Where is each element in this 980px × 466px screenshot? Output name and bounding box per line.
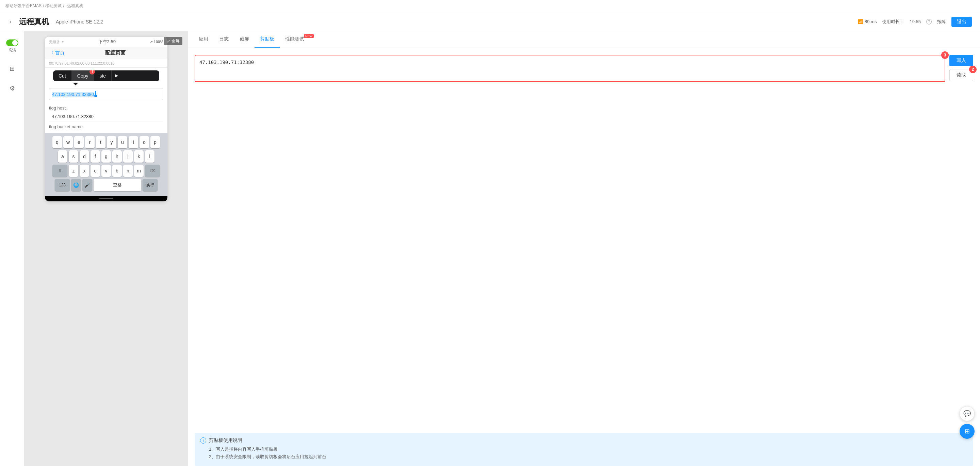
clipboard-info-box: i 剪贴板使用说明 1、写入是指将内容写入手机剪贴板 2、由于系统安全限制，读取… <box>195 433 973 466</box>
chat-icon: 💬 <box>963 410 971 417</box>
key-f[interactable]: f <box>91 150 100 162</box>
key-i[interactable]: i <box>129 136 138 148</box>
help-icon[interactable]: ? <box>926 19 932 24</box>
keyboard-row-3: ⇧ z x c v b n m ⌫ <box>46 165 166 177</box>
config-value-0: 47.103.190.71:32380 <box>49 112 163 121</box>
phone-selected-text[interactable]: 47.103.190.71:32380 <box>49 88 163 100</box>
key-a[interactable]: a <box>58 150 67 162</box>
key-n[interactable]: n <box>123 165 133 177</box>
key-r[interactable]: r <box>85 136 95 148</box>
context-menu-cut[interactable]: Cut <box>53 70 72 81</box>
phone-status-center: 下午2:59 <box>98 39 116 45</box>
key-mic[interactable]: 🎤 <box>82 179 92 191</box>
settings-icon: ⚙ <box>10 85 15 92</box>
home-bar <box>45 196 167 201</box>
home-indicator <box>99 198 113 199</box>
fullscreen-button[interactable]: ⤢ 全屏 <box>164 37 182 45</box>
page-title: 远程真机 <box>19 17 49 27</box>
clipboard-content: 3 写入 读取 2 <box>188 48 980 433</box>
key-v[interactable]: v <box>102 165 111 177</box>
breadcrumb-emas[interactable]: 移动研发平台EMAS <box>5 3 41 9</box>
usage-label: 使用时长： <box>882 19 904 25</box>
hd-toggle[interactable] <box>6 40 18 46</box>
sidebar-item-split[interactable]: ⊞ <box>7 62 18 75</box>
clipboard-textarea[interactable] <box>195 55 945 82</box>
key-t[interactable]: t <box>96 136 105 148</box>
key-b[interactable]: b <box>112 165 122 177</box>
tabs-bar: 应用 日志 截屏 剪贴板 性能测试 NEW <box>188 31 980 48</box>
menu-pointer <box>73 83 78 85</box>
breadcrumb-current: 远程真机 <box>67 3 83 9</box>
key-globe[interactable]: 🌐 <box>71 179 81 191</box>
right-panel: 应用 日志 截屏 剪贴板 性能测试 NEW 3 写入 读取 2 <box>188 31 980 466</box>
key-h[interactable]: h <box>112 150 122 162</box>
grid-icon: ⊞ <box>965 428 970 435</box>
key-123[interactable]: 123 <box>55 179 70 191</box>
key-s[interactable]: s <box>69 150 78 162</box>
key-space[interactable]: 空格 <box>94 179 141 191</box>
key-p[interactable]: p <box>150 136 160 148</box>
context-menu: Cut Copy 1 ste ▶ <box>53 70 159 81</box>
signal-value: 89 ms <box>865 19 877 24</box>
key-m[interactable]: m <box>134 165 143 177</box>
breadcrumb-mobile-test[interactable]: 移动测试 <box>45 3 62 9</box>
phone-frame: 无服务 ✦ 下午2:59 ↗ 100% 〈 首页 配置页面 00:70:97:0… <box>45 37 167 201</box>
tab-screenshot[interactable]: 截屏 <box>234 31 255 48</box>
key-c[interactable]: c <box>91 165 100 177</box>
left-sidebar: 高清 ⊞ ⚙ <box>0 31 24 466</box>
report-button[interactable]: 报障 <box>937 19 946 25</box>
sidebar-item-settings[interactable]: ⚙ <box>7 82 18 95</box>
key-w[interactable]: w <box>63 136 73 148</box>
key-j[interactable]: j <box>123 150 133 162</box>
tab-log[interactable]: 日志 <box>214 31 234 48</box>
config-label-0: tlog host <box>49 105 163 111</box>
info-item-0: 1、写入是指将内容写入手机剪贴板 <box>200 446 968 452</box>
key-q[interactable]: q <box>52 136 62 148</box>
keyboard-row-1: q w e r t y u i o p <box>46 136 166 148</box>
key-y[interactable]: y <box>107 136 116 148</box>
sidebar-item-hd[interactable]: 高清 <box>3 37 21 56</box>
content-area: 高清 ⊞ ⚙ › ⤢ 全屏 无服务 ✦ 下午2:59 ↗ 100% 〈 首页 <box>0 31 980 466</box>
key-o[interactable]: o <box>140 136 149 148</box>
keyboard-row-4: 123 🌐 🎤 空格 换行 <box>46 179 166 191</box>
tab-perf[interactable]: 性能测试 NEW <box>280 31 314 48</box>
phone-status-left: 无服务 ✦ <box>49 40 64 45</box>
context-menu-more[interactable]: ▶ <box>111 70 121 81</box>
clipboard-buttons: 写入 读取 2 <box>950 55 973 81</box>
context-menu-paste[interactable]: ste <box>94 70 111 81</box>
chat-button[interactable]: 💬 <box>959 406 975 421</box>
tab-app[interactable]: 应用 <box>193 31 214 48</box>
key-e[interactable]: e <box>74 136 84 148</box>
key-x[interactable]: x <box>80 165 89 177</box>
phone-container: ⤢ 全屏 无服务 ✦ 下午2:59 ↗ 100% 〈 首页 配置页面 00:70… <box>24 31 188 466</box>
tab-clipboard[interactable]: 剪贴板 <box>255 31 280 48</box>
phone-status-right: ↗ 100% <box>150 40 163 44</box>
clipboard-textarea-wrap: 3 <box>195 55 945 83</box>
info-title: 剪贴板使用说明 <box>209 437 242 444</box>
info-item-1: 2、由于系统安全限制，读取剪切板会将后台应用拉起到前台 <box>200 454 968 460</box>
key-k[interactable]: k <box>134 150 143 162</box>
step-3-badge: 3 <box>941 51 949 59</box>
key-u[interactable]: u <box>118 136 127 148</box>
device-name: Apple-iPhone SE-12.2 <box>56 19 103 24</box>
phone-nav-back[interactable]: 〈 首页 <box>49 50 65 56</box>
key-d[interactable]: d <box>80 150 89 162</box>
write-button[interactable]: 写入 <box>950 55 973 66</box>
key-z[interactable]: z <box>69 165 78 177</box>
info-icon: i <box>200 437 206 444</box>
key-g[interactable]: g <box>102 150 111 162</box>
exit-button[interactable]: 退出 <box>951 17 972 27</box>
url-bar: 00:70:97:01:40:02:00:03:111:22:0:0010 <box>45 59 167 68</box>
grid-button[interactable]: ⊞ <box>959 424 975 439</box>
key-shift[interactable]: ⇧ <box>52 165 67 177</box>
breadcrumb-bar: 移动研发平台EMAS / 移动测试 / 远程真机 <box>0 0 980 12</box>
phone-nav-title: 配置页面 <box>67 50 163 56</box>
keyboard-row-2: a s d f g h j k l <box>46 150 166 162</box>
key-delete[interactable]: ⌫ <box>145 165 160 177</box>
phone-nav-bar: 〈 首页 配置页面 <box>45 47 167 59</box>
step-2-badge: 2 <box>969 66 977 73</box>
back-button[interactable]: ← <box>8 17 15 25</box>
key-l[interactable]: l <box>145 150 154 162</box>
key-return[interactable]: 换行 <box>143 179 158 191</box>
context-menu-copy[interactable]: Copy 1 <box>72 70 94 81</box>
